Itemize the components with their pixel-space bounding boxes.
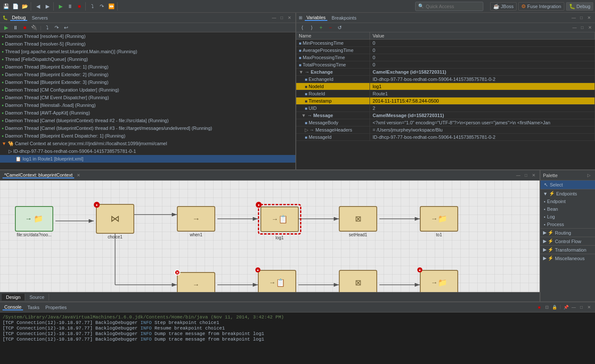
thread-item-9[interactable]: ● Daemon Thread [fileinstall-./load] (Ru… bbox=[0, 101, 295, 109]
debug-tab[interactable]: Debug bbox=[10, 15, 27, 21]
var-row-exchangeid[interactable]: ■ExchangeId ID-dhcp-97-77-bos-redhat-com… bbox=[296, 76, 595, 83]
palette-process-item[interactable]: ▪ Process bbox=[540, 221, 595, 228]
thread-item-0[interactable]: ● Daemon Thread [resolver-4] (Running) bbox=[0, 32, 295, 40]
tasks-tab[interactable]: Tasks bbox=[26, 305, 41, 310]
step-over-debug-btn[interactable]: ↷ bbox=[52, 23, 61, 32]
var-row-messageheaders[interactable]: ▷→MessageHeaders = /Users/jmurphey/works… bbox=[296, 126, 595, 134]
suspend-debug-btn[interactable]: ⏸ bbox=[11, 23, 20, 32]
maximize-console-btn[interactable]: □ bbox=[578, 304, 585, 311]
thread-item-1[interactable]: ● Daemon Thread [resolver-5] (Running) bbox=[0, 40, 295, 48]
terminate-debug-btn[interactable]: ■ bbox=[20, 23, 29, 32]
node-id-item[interactable]: ▷ ID-dhcp-97-77-bos-redhat-com-59064-141… bbox=[0, 147, 295, 155]
minimize-console-btn[interactable]: — bbox=[570, 304, 577, 311]
var-row-messageid[interactable]: ■MessageId ID-dhcp-97-77-bos-redhat-com-… bbox=[296, 134, 595, 141]
palette-misc-header[interactable]: ▶ ⚡ Miscellaneous bbox=[540, 254, 595, 262]
var-remove-btn[interactable]: − bbox=[326, 23, 335, 32]
debug-perspective[interactable]: 🐛 Debug bbox=[566, 2, 593, 11]
palette-routing-header[interactable]: ▶ ⚡ Routing bbox=[540, 229, 595, 237]
thread-item-8[interactable]: ● Daemon Thread [CM Event Dispatcher] (R… bbox=[0, 94, 295, 101]
palette-expand-btn[interactable]: ▷ bbox=[586, 172, 592, 179]
palette-bean-item[interactable]: ▪ Bean bbox=[540, 205, 595, 213]
var-row-2[interactable]: ■MaxProcessingTime 0 bbox=[296, 54, 595, 61]
var-row-exchange[interactable]: ▼→Exchange CamelExchange (id=1582720311) bbox=[296, 69, 595, 76]
node-sethead2[interactable]: ⊠ setHead2 bbox=[339, 270, 377, 292]
thread-item-10[interactable]: ● Daemon Thread [AWT-AppKit] (Running) bbox=[0, 109, 295, 117]
thread-item-3[interactable]: ● Thread [FelixDispatchQueue] (Running) bbox=[0, 55, 295, 63]
palette-log-item[interactable]: ▪ Log bbox=[540, 213, 595, 221]
thread-item-13[interactable]: ● Daemon Thread [Blueprint Event Dispatc… bbox=[0, 132, 295, 140]
close-var-btn[interactable]: ✕ bbox=[586, 14, 592, 21]
var-row-routeid[interactable]: ■RouteId Route1 bbox=[296, 90, 595, 97]
forward-btn[interactable]: ▶ bbox=[43, 2, 52, 11]
close-diagram-btn2[interactable]: ✕ bbox=[530, 172, 537, 179]
properties-tab[interactable]: Properties bbox=[43, 305, 68, 310]
variables-tab[interactable]: Variables bbox=[305, 15, 327, 21]
pause-btn[interactable]: ⏸ bbox=[66, 2, 74, 11]
var-collapse-btn[interactable]: ⟨ bbox=[298, 23, 306, 32]
var-row-message[interactable]: ▼→Message CamelMessage (id=1582720311) bbox=[296, 112, 595, 119]
palette-endpoints-header[interactable]: ▼ ⚡ Endpoints bbox=[540, 189, 595, 198]
node-sethead1[interactable]: ⊠ setHead1 bbox=[339, 206, 377, 237]
node-choice1-bottom[interactable]: ✕ → choice1 bbox=[177, 272, 215, 292]
maximize-debug-btn[interactable]: □ bbox=[278, 14, 285, 21]
close-debug-btn[interactable]: ✕ bbox=[286, 14, 293, 21]
thread-item-5[interactable]: ● Daemon Thread [Blueprint Extender: 2] … bbox=[0, 71, 295, 78]
stop-console-btn[interactable]: ■ bbox=[536, 304, 543, 311]
close-console-btn[interactable]: ✕ bbox=[586, 304, 592, 311]
node-file-src[interactable]: → 📁 file:src/data?noo... bbox=[15, 206, 53, 237]
diagram-canvas[interactable]: → 📁 file:src/data?noo... ● ⋈ choice1 bbox=[0, 181, 540, 292]
clear-console-btn[interactable]: ⊡ bbox=[543, 304, 550, 311]
log-entry-item[interactable]: 📋 log1 in Route1 [blueprint.xml] bbox=[0, 155, 295, 163]
save-btn[interactable]: 💾 bbox=[2, 2, 10, 11]
run-btn[interactable]: ▶ bbox=[56, 2, 65, 11]
var-row-1[interactable]: ■AverageProcessingTime 0 bbox=[296, 47, 595, 54]
palette-controlflow-header[interactable]: ▶ ⚡ Control Flow bbox=[540, 237, 595, 245]
thread-item-4[interactable]: ● Daemon Thread [Blueprint Extender: 1] … bbox=[0, 63, 295, 71]
palette-transformation-header[interactable]: ▶ ⚡ Transformation bbox=[540, 246, 595, 254]
var-row-messagebody[interactable]: ■MessageBody <?xml version="1.0" encodin… bbox=[296, 119, 595, 126]
var-refresh-btn[interactable]: ↺ bbox=[335, 23, 344, 32]
disconnect-debug-btn[interactable]: 🔌 bbox=[30, 23, 38, 32]
servers-tab[interactable]: Servers bbox=[30, 15, 49, 20]
palette-select-tool[interactable]: ↖ Select bbox=[540, 181, 595, 189]
stop-btn[interactable]: ■ bbox=[75, 2, 84, 11]
var-expand-btn[interactable]: ⟩ bbox=[307, 23, 316, 32]
step-return-btn[interactable]: ↩ bbox=[62, 23, 70, 32]
source-tab[interactable]: Source bbox=[25, 294, 49, 301]
var-row-nodeid[interactable]: ■NodeId log1 bbox=[296, 83, 595, 90]
var-close-btn[interactable]: ✕ bbox=[586, 24, 593, 31]
quick-access-box[interactable]: 🔍 Quick Access bbox=[415, 2, 483, 11]
design-tab[interactable]: Design bbox=[2, 294, 25, 301]
var-row-timestamp[interactable]: ■Timestamp 2014-11-11T15:47:58.244-0500 bbox=[296, 97, 595, 105]
node-to2[interactable]: ● → 📁 to2 bbox=[420, 270, 458, 292]
jboss-perspective[interactable]: ☕ JBoss bbox=[490, 2, 517, 11]
thread-item-6[interactable]: ● Daemon Thread [Blueprint Extender: 3] … bbox=[0, 78, 295, 86]
camel-context-item[interactable]: ▼ 🐪 Camel Context at service:jmx:rmi:///… bbox=[0, 140, 295, 147]
var-row-uid[interactable]: ■UID 2 bbox=[296, 105, 595, 112]
minimize-diagram-btn[interactable]: — bbox=[515, 172, 522, 179]
palette-endpoint-item[interactable]: ▪ Endpoint bbox=[540, 198, 595, 205]
thread-item-11[interactable]: ● Daemon Thread [Camel (blueprintContext… bbox=[0, 117, 295, 124]
node-to1[interactable]: → 📁 to1 bbox=[420, 206, 458, 237]
maximize-diagram-btn[interactable]: □ bbox=[523, 172, 529, 179]
maximize-var-btn[interactable]: □ bbox=[578, 14, 585, 21]
scroll-lock-btn[interactable]: 🔒 bbox=[551, 304, 558, 311]
var-add-btn[interactable]: + bbox=[317, 23, 325, 32]
node-log2[interactable]: ● → 📋 log2 bbox=[258, 270, 296, 292]
node-when1[interactable]: → when1 bbox=[177, 206, 215, 237]
close-diagram-btn[interactable]: ✕ bbox=[77, 173, 80, 178]
thread-item-12[interactable]: ● Daemon Thread [Camel (blueprintContext… bbox=[0, 124, 295, 132]
minimize-debug-btn[interactable]: — bbox=[271, 14, 277, 21]
new-btn[interactable]: 📄 bbox=[11, 2, 20, 11]
minimize-var-btn[interactable]: — bbox=[570, 14, 577, 21]
var-maximize-btn[interactable]: □ bbox=[579, 24, 586, 31]
open-btn[interactable]: 📂 bbox=[20, 2, 29, 11]
var-row-3[interactable]: ■TotalProcessingTime 0 bbox=[296, 61, 595, 69]
back-btn[interactable]: ◀ bbox=[34, 2, 42, 11]
thread-item-7[interactable]: ● Daemon Thread [CM Configuration Update… bbox=[0, 86, 295, 94]
step-btn[interactable]: ⤵ bbox=[88, 2, 97, 11]
resume-btn[interactable]: ⏩ bbox=[107, 2, 116, 11]
node-choice1-main[interactable]: ● ⋈ choice1 bbox=[96, 204, 134, 239]
step-over-btn[interactable]: ↷ bbox=[98, 2, 106, 11]
breakpoints-tab[interactable]: Breakpoints bbox=[330, 15, 358, 20]
